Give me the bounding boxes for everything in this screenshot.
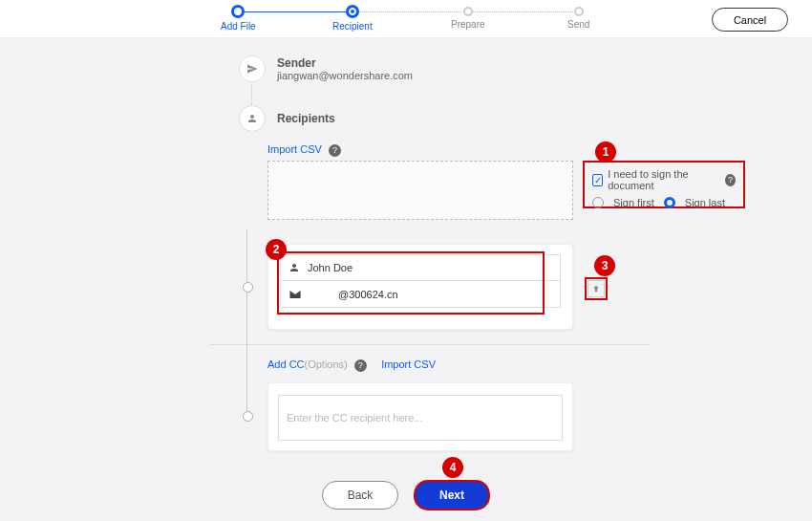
sequence-line <box>246 229 247 416</box>
step-dot <box>346 5 359 18</box>
callout-3: 3 <box>594 255 615 276</box>
help-icon[interactable]: ? <box>354 359 367 372</box>
step-send[interactable]: Send <box>567 5 589 30</box>
sender-block: Sender jiangwan@wondershare.com <box>239 55 413 82</box>
sign-first-radio[interactable] <box>592 197 604 208</box>
stage: Sender jiangwan@wondershare.com Recipien… <box>0 38 812 521</box>
recipients-icon <box>239 105 266 132</box>
step-dot <box>574 7 584 16</box>
move-up-button[interactable] <box>588 280 605 297</box>
self-sign-checkbox[interactable]: ✓ <box>592 174 603 186</box>
sender-email: jiangwan@wondershare.com <box>277 70 413 81</box>
step-label: Add File <box>221 21 256 32</box>
footer: Back 4 Next <box>0 468 812 521</box>
paper-plane-icon <box>246 63 258 75</box>
self-sign-panel: ✓ I need to sign the document ? Sign fir… <box>583 161 745 208</box>
cc-options-suffix: (Options) <box>305 358 348 370</box>
callout-3-frame <box>585 277 608 300</box>
callout-2: 2 <box>266 239 287 260</box>
callout-4: 4 <box>442 457 463 478</box>
cc-import-csv-link[interactable]: Import CSV <box>381 358 436 370</box>
recipient-card: John Doe @300624.cn <box>267 244 573 330</box>
recipient-name-input[interactable]: John Doe <box>280 254 561 281</box>
next-button[interactable]: Next <box>414 480 490 510</box>
help-icon[interactable]: ? <box>329 144 341 157</box>
step-label: Send <box>567 19 589 30</box>
recipient-name-value: John Doe <box>308 262 353 273</box>
cancel-button[interactable]: Cancel <box>712 8 788 32</box>
sign-first-label: Sign first <box>613 197 654 208</box>
add-cc-link[interactable]: Add CC <box>267 358 305 370</box>
step-prepare[interactable]: Prepare <box>451 5 485 30</box>
cc-card <box>267 382 573 451</box>
sign-last-label: Sign last <box>685 197 725 208</box>
sender-title: Sender <box>277 56 413 70</box>
step-label: Recipient <box>332 21 373 32</box>
import-csv-row: Import CSV ? <box>267 143 341 157</box>
back-button[interactable]: Back <box>322 481 398 510</box>
step-dot <box>463 7 473 16</box>
sign-last-radio[interactable] <box>664 197 675 208</box>
recipient-email-value: @300624.cn <box>310 289 398 300</box>
step-label: Prepare <box>451 19 485 30</box>
callout-1: 1 <box>595 141 616 163</box>
person-icon <box>288 262 300 273</box>
sender-icon <box>239 55 266 82</box>
step-add-file[interactable]: Add File <box>221 5 256 32</box>
import-csv-link[interactable]: Import CSV <box>267 143 322 155</box>
recipient-email-input[interactable]: @300624.cn <box>280 281 561 308</box>
mail-icon <box>288 290 302 299</box>
arrow-up-icon <box>591 284 601 293</box>
self-sign-label: I need to sign the document <box>608 168 716 191</box>
step-track <box>238 11 577 12</box>
section-divider <box>210 344 650 345</box>
cc-header-row: Add CC(Options) ? Import CSV <box>267 358 436 372</box>
csv-drop-zone[interactable] <box>267 161 573 220</box>
sequence-node-1 <box>243 282 253 293</box>
person-icon <box>246 113 258 124</box>
step-dot <box>231 5 245 18</box>
recipients-title: Recipients <box>277 112 335 125</box>
step-recipient[interactable]: Recipient <box>332 5 373 32</box>
help-icon[interactable]: ? <box>725 174 736 186</box>
sequence-node-2 <box>243 411 253 422</box>
cc-recipient-input[interactable] <box>278 395 563 441</box>
recipients-header: Recipients <box>239 105 335 132</box>
stepper: Add File Recipient Prepare Send Cancel <box>0 0 812 38</box>
